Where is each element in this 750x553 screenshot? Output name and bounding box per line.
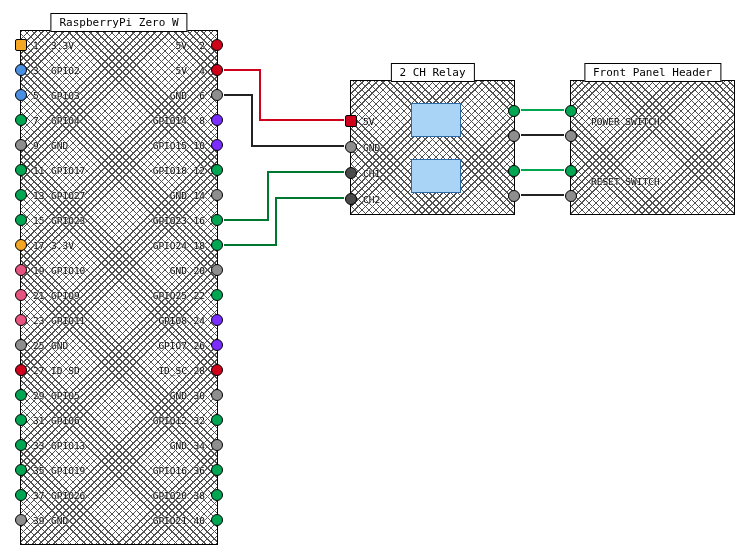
pi-pin-37 (15, 489, 27, 501)
pi-pin-num-27: 27 (33, 365, 44, 376)
pi-pin-label-9: GND (51, 140, 68, 151)
pi-pin-36 (211, 464, 223, 476)
pi-pin-16 (211, 214, 223, 226)
relay-block-1 (411, 103, 461, 137)
pi-pin-label-4: 5V (176, 65, 187, 76)
pi-pin-num-17: 17 (33, 240, 44, 251)
pi-pin-28 (211, 364, 223, 376)
pi-pin-8 (211, 114, 223, 126)
pi-pin-label-22: GPIO25 (153, 290, 187, 301)
pi-pin-num-16: 16 (194, 215, 205, 226)
relay-left-pin-3 (345, 193, 357, 205)
pi-pin-num-3: 3 (33, 65, 39, 76)
pi-pin-9 (15, 139, 27, 151)
fph-label-1: RESET SWITCH (591, 176, 660, 187)
pi-pin-label-19: GPIO10 (51, 265, 85, 276)
relay-left-label-1: GND (363, 142, 380, 153)
pi-pin-num-33: 33 (33, 440, 44, 451)
pi-pin-num-4: 4 (199, 65, 205, 76)
pi-pin-31 (15, 414, 27, 426)
pi-pin-label-34: GND (170, 440, 187, 451)
pi-pin-num-25: 25 (33, 340, 44, 351)
pi-pin-label-25: GND (51, 340, 68, 351)
pi-pin-num-19: 19 (33, 265, 44, 276)
pi-pin-1 (15, 39, 27, 51)
pi-pin-label-31: GPIO6 (51, 415, 80, 426)
pi-pin-label-24: GPIO8 (158, 315, 187, 326)
pi-pin-label-20: GND (170, 265, 187, 276)
pi-pin-label-3: GPIO2 (51, 65, 80, 76)
relay-right-pin-1 (508, 130, 520, 142)
pi-pin-label-6: GND (170, 90, 187, 101)
pi-pin-num-40: 40 (194, 515, 205, 526)
pi-pin-num-10: 10 (194, 140, 205, 151)
pi-pin-num-9: 9 (33, 140, 39, 151)
relay-block-2 (411, 159, 461, 193)
board-front-panel-header: Front Panel Header POWER SWITCHRESET SWI… (570, 80, 735, 215)
pi-pin-label-39: GND (51, 515, 68, 526)
pi-pin-label-11: GPIO17 (51, 165, 85, 176)
relay-left-label-2: CH1 (363, 168, 380, 179)
pi-pin-num-26: 26 (194, 340, 205, 351)
pi-pin-34 (211, 439, 223, 451)
pi-pin-4 (211, 64, 223, 76)
pi-pin-12 (211, 164, 223, 176)
fph-left-pin-3 (565, 190, 577, 202)
pi-pin-num-8: 8 (199, 115, 205, 126)
pi-pin-35 (15, 464, 27, 476)
pi-pin-label-23: GPIO11 (51, 315, 85, 326)
pi-pin-label-15: GPIO23 (51, 215, 85, 226)
pi-pin-24 (211, 314, 223, 326)
pi-pin-label-14: GND (170, 190, 187, 201)
pi-pin-label-10: GPIO15 (153, 140, 187, 151)
pi-pin-num-12: 12 (194, 165, 205, 176)
pi-pin-33 (15, 439, 27, 451)
pi-pin-label-38: GPIO20 (153, 490, 187, 501)
pi-pin-10 (211, 139, 223, 151)
pi-pin-num-1: 1 (33, 40, 39, 51)
pi-pin-label-26: GPIO7 (158, 340, 187, 351)
relay-left-pin-2 (345, 167, 357, 179)
pi-pin-label-29: GPIO5 (51, 390, 80, 401)
pi-pin-num-32: 32 (194, 415, 205, 426)
pi-pin-6 (211, 89, 223, 101)
pi-pin-17 (15, 239, 27, 251)
pi-pin-label-2: 5V (176, 40, 187, 51)
pi-pin-29 (15, 389, 27, 401)
pi-pin-20 (211, 264, 223, 276)
pi-pin-num-2: 2 (199, 40, 205, 51)
pi-pin-num-37: 37 (33, 490, 44, 501)
pi-pin-label-1: 3.3V (51, 40, 74, 51)
relay-left-label-3: CH2 (363, 194, 380, 205)
pi-pin-label-13: GPIO27 (51, 190, 85, 201)
pi-pin-18 (211, 239, 223, 251)
pi-pin-39 (15, 514, 27, 526)
pi-pin-num-30: 30 (194, 390, 205, 401)
pi-pin-14 (211, 189, 223, 201)
pi-pin-32 (211, 414, 223, 426)
pi-pin-label-16: GPIO23 (153, 215, 187, 226)
relay-left-pin-0 (345, 115, 357, 127)
pi-pin-num-13: 13 (33, 190, 44, 201)
pi-pin-7 (15, 114, 27, 126)
pi-pin-26 (211, 339, 223, 351)
board-raspberry-pi: RaspberryPi Zero W 13.3V3GPIO25GPIO37GPI… (20, 30, 218, 545)
pi-pin-num-6: 6 (199, 90, 205, 101)
relay-right-pin-3 (508, 190, 520, 202)
pi-pin-30 (211, 389, 223, 401)
pi-pin-num-38: 38 (194, 490, 205, 501)
pi-pin-num-14: 14 (194, 190, 205, 201)
pi-pin-label-21: GPIO9 (51, 290, 80, 301)
board-relay: 2 CH Relay 5VGNDCH1CH2 (350, 80, 515, 215)
pi-pin-num-7: 7 (33, 115, 39, 126)
pi-pin-num-15: 15 (33, 215, 44, 226)
pi-pin-num-20: 20 (194, 265, 205, 276)
relay-right-pin-0 (508, 105, 520, 117)
pi-pin-3 (15, 64, 27, 76)
pi-pin-label-32: GPIO12 (153, 415, 187, 426)
pi-pin-label-8: GPIO14 (153, 115, 187, 126)
pi-pin-label-40: GPIO21 (153, 515, 187, 526)
pi-pin-27 (15, 364, 27, 376)
wire-pi-r-16-to-relay-l-2 (224, 172, 344, 220)
pi-pin-num-24: 24 (194, 315, 205, 326)
